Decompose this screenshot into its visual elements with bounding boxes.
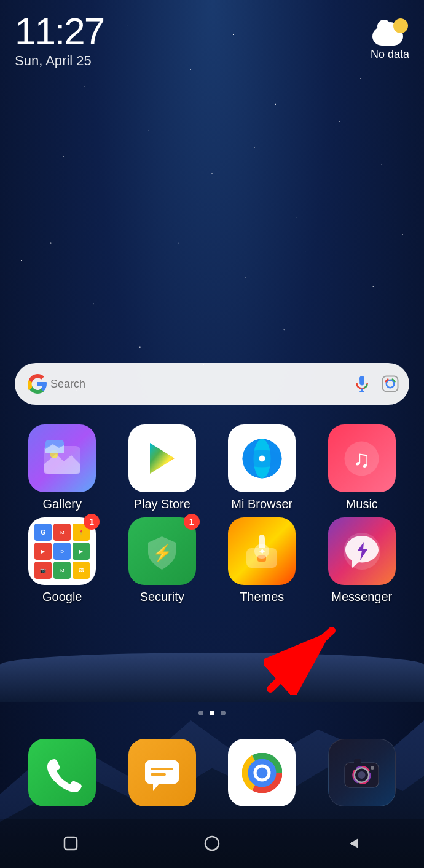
- nav-home-btn[interactable]: [200, 831, 224, 856]
- app-item-music[interactable]: ♫ Music: [319, 424, 405, 511]
- svg-rect-24: [145, 760, 179, 784]
- apps-row-1: Gallery Play Store: [12, 424, 412, 511]
- lens-icon[interactable]: [381, 375, 399, 393]
- app-item-mibrowser[interactable]: Mi Browser: [219, 424, 305, 511]
- page-indicator-0: [198, 711, 203, 715]
- app-icon-security: 1 ⚡: [128, 517, 196, 585]
- app-label-themes: Themes: [240, 590, 284, 604]
- mic-icon[interactable]: [353, 375, 371, 393]
- app-icon-music: ♫: [328, 424, 396, 492]
- security-badge: 1: [184, 514, 200, 530]
- search-bar[interactable]: [15, 363, 409, 405]
- page-indicators: [0, 711, 424, 715]
- page-indicator-1: [210, 711, 214, 715]
- app-label-music: Music: [346, 497, 378, 511]
- google-g-logo: [25, 371, 50, 397]
- apps-grid: Gallery Play Store: [0, 424, 424, 610]
- app-icon-gallery: [28, 424, 96, 492]
- weather-section: No data: [371, 18, 409, 61]
- weather-icon: [372, 18, 409, 46]
- svg-point-33: [256, 767, 267, 778]
- app-label-security: Security: [140, 590, 184, 604]
- nav-bar: [0, 819, 424, 868]
- svg-point-39: [371, 766, 374, 770]
- app-icon-mibrowser: [228, 424, 296, 492]
- snow-ground: [0, 653, 424, 702]
- svg-rect-3: [359, 376, 364, 382]
- dock-item-messages[interactable]: [128, 739, 196, 806]
- svg-text:♫: ♫: [353, 446, 371, 472]
- svg-marker-25: [153, 784, 159, 791]
- clock-display: 11:27: [15, 12, 104, 50]
- svg-rect-42: [65, 837, 77, 850]
- page-indicator-2: [221, 711, 226, 715]
- date-display: Sun, April 25: [15, 53, 104, 69]
- app-label-messenger: Messenger: [331, 590, 392, 604]
- svg-text:⚡: ⚡: [152, 543, 173, 563]
- dock-item-phone[interactable]: [28, 739, 96, 806]
- google-badge: 1: [84, 514, 100, 530]
- svg-rect-26: [151, 768, 173, 770]
- svg-point-43: [205, 837, 219, 850]
- app-label-playstore: Play Store: [134, 497, 190, 511]
- dock-item-camera[interactable]: [328, 739, 396, 806]
- search-icons: [353, 375, 399, 393]
- svg-marker-9: [150, 443, 175, 474]
- app-item-playstore[interactable]: Play Store: [119, 424, 205, 511]
- app-item-themes[interactable]: ✦ Themes: [219, 517, 305, 604]
- app-icon-google: 1 G M 📍 ▶ D ▶ 📷 M 🖼: [28, 517, 96, 585]
- svg-marker-44: [350, 838, 358, 848]
- svg-point-37: [358, 771, 366, 779]
- status-bar: 11:27 Sun, April 25 No data: [0, 0, 424, 49]
- app-item-security[interactable]: 1 ⚡ Security: [119, 517, 205, 604]
- apps-row-2: 1 G M 📍 ▶ D ▶ 📷 M 🖼 Google: [12, 517, 412, 604]
- app-label-gallery: Gallery: [43, 497, 82, 511]
- sun-icon: [393, 18, 408, 33]
- app-icon-playstore: [128, 424, 196, 492]
- app-icon-themes: ✦: [228, 517, 296, 585]
- svg-rect-27: [151, 773, 166, 776]
- app-item-messenger[interactable]: Messenger: [319, 517, 405, 604]
- nav-back-btn[interactable]: [341, 831, 366, 856]
- weather-no-data: No data: [371, 48, 409, 61]
- time-section: 11:27 Sun, April 25: [15, 12, 104, 69]
- svg-rect-38: [354, 759, 361, 764]
- search-input[interactable]: [50, 363, 353, 405]
- svg-text:✦: ✦: [258, 546, 266, 557]
- dock-item-chrome[interactable]: [228, 739, 296, 806]
- svg-rect-4: [383, 376, 398, 392]
- app-item-gallery[interactable]: Gallery: [19, 424, 105, 511]
- app-label-google: Google: [42, 590, 82, 604]
- dock: [12, 733, 412, 813]
- app-icon-messenger: [328, 517, 396, 585]
- nav-square-btn[interactable]: [58, 831, 83, 856]
- svg-point-13: [259, 455, 265, 461]
- svg-point-5: [387, 380, 395, 388]
- app-label-mibrowser: Mi Browser: [231, 497, 292, 511]
- app-item-google[interactable]: 1 G M 📍 ▶ D ▶ 📷 M 🖼 Google: [19, 517, 105, 604]
